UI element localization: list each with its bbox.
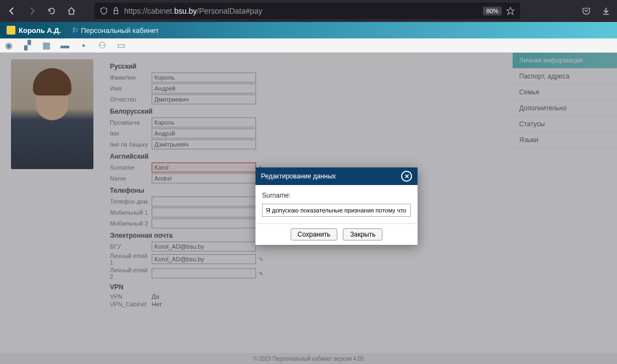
sidebar: Личная информация Паспорт, адреса Семья …: [513, 53, 617, 353]
tool-chart-icon[interactable]: ▞: [23, 41, 32, 50]
url-text: https://cabinet.bsu.by/PersonalData#pay: [124, 7, 479, 15]
modal-footer: Сохранить Закрыть: [255, 223, 418, 245]
shield-icon: [100, 7, 108, 15]
nav-cabinet[interactable]: ⚐ Персональный кабинет: [72, 26, 159, 35]
url-bar[interactable]: https://cabinet.bsu.by/PersonalData#pay …: [95, 3, 520, 19]
input-phone-home[interactable]: [152, 197, 256, 206]
zoom-badge[interactable]: 80%: [483, 7, 502, 15]
input-phone-m2[interactable]: [152, 219, 256, 228]
edit-icon[interactable]: ✎: [257, 270, 265, 277]
download-icon[interactable]: [599, 4, 613, 18]
label-be-patronymic: Імя па бацьку: [110, 141, 152, 148]
section-russian: Русский: [110, 63, 502, 70]
modal-field-label: Surname:: [262, 192, 411, 199]
sidebar-item-extra[interactable]: Дополнительно: [513, 100, 617, 116]
back-button[interactable]: [4, 3, 20, 19]
label-email-bsu: БГУ: [110, 243, 152, 250]
label-ru-name: Имя: [110, 85, 152, 92]
toolbar: ◉ ▞ ▦ ▬ ▪ ⚇ ▭: [0, 38, 617, 53]
input-phone-m1[interactable]: [152, 208, 256, 217]
value-vpn: Да: [152, 293, 159, 300]
label-vpn: VPN: [110, 293, 152, 300]
user-avatar-icon: [7, 26, 15, 35]
close-button[interactable]: Закрыть: [343, 228, 382, 240]
user-name: Король А.Д.: [19, 26, 61, 35]
tool-team-icon[interactable]: ⚇: [98, 41, 107, 50]
reload-button[interactable]: [44, 3, 59, 19]
label-phone-m2: Мобильный 2: [110, 220, 152, 227]
close-icon: ✕: [404, 173, 409, 180]
label-be-surname: Прозвішча: [110, 119, 152, 126]
input-en-name[interactable]: [152, 173, 256, 183]
sidebar-item-languages[interactable]: Языки: [513, 132, 617, 148]
label-email-p2: Личный email 2: [110, 267, 152, 280]
tool-fingerprint-icon[interactable]: ◉: [4, 41, 13, 50]
star-icon[interactable]: [506, 7, 515, 15]
tool-id-icon[interactable]: ▭: [116, 41, 125, 50]
label-ru-patronymic: Отчество: [110, 96, 152, 103]
sidebar-item-family[interactable]: Семья: [513, 85, 617, 100]
edit-icon[interactable]: ✎: [257, 255, 265, 263]
tool-folder-icon[interactable]: ▪: [79, 41, 88, 50]
input-ru-name[interactable]: [152, 83, 256, 93]
section-english: Английский: [110, 153, 502, 160]
app-header: Король А.Д. ⚐ Персональный кабинет: [0, 22, 617, 38]
label-en-surname: Surname: [110, 164, 152, 171]
svg-rect-0: [114, 10, 118, 14]
label-phone-m1: Мобильный 1: [110, 209, 152, 216]
modal-body: Surname:: [255, 185, 418, 223]
input-ru-patronymic[interactable]: [152, 94, 256, 104]
people-icon: ⚐: [72, 26, 79, 35]
sidebar-item-passport[interactable]: Паспорт, адреса: [513, 69, 617, 85]
profile-photo: [11, 59, 93, 169]
section-vpn: VPN: [110, 283, 502, 291]
user-badge[interactable]: Король А.Д.: [7, 26, 61, 35]
input-email-p1[interactable]: [152, 254, 256, 264]
footer-center: © 2023 Персональный кабинет версия 4.05: [253, 356, 364, 362]
input-en-surname[interactable]: [152, 163, 256, 172]
home-button[interactable]: [64, 3, 79, 19]
label-be-name: Імя: [110, 130, 152, 137]
input-be-surname[interactable]: [152, 117, 256, 127]
label-ru-surname: Фамилия: [110, 74, 152, 81]
modal-field-input[interactable]: [262, 204, 411, 217]
modal-close-button[interactable]: ✕: [401, 171, 412, 182]
section-belarusian: Белорусский: [110, 108, 502, 115]
input-be-patronymic[interactable]: [152, 139, 256, 149]
input-email-bsu[interactable]: [152, 242, 256, 251]
footer: © 2023 Персональный кабинет версия 4.05: [0, 353, 617, 364]
forward-button[interactable]: [24, 3, 40, 19]
input-be-name[interactable]: [152, 128, 256, 138]
label-email-p1: Личный email 1: [110, 253, 152, 266]
label-vpn-cabinet: VPN_Cabinet: [110, 301, 152, 307]
tool-building-icon[interactable]: ▦: [42, 41, 51, 50]
lock-icon: [112, 7, 120, 15]
browser-toolbar: https://cabinet.bsu.by/PersonalData#pay …: [0, 0, 617, 22]
sidebar-item-status[interactable]: Статусы: [513, 116, 617, 132]
input-email-p2[interactable]: [152, 268, 256, 278]
save-button[interactable]: Сохранить: [291, 228, 338, 240]
input-ru-surname[interactable]: [152, 72, 256, 82]
modal-header: Редактирование данных ✕: [255, 167, 418, 185]
value-vpn-cabinet: Нет: [152, 301, 162, 307]
label-en-name: Name: [110, 175, 152, 182]
modal-title: Редактирование данных: [261, 172, 336, 180]
tool-briefcase-icon[interactable]: ▬: [60, 41, 69, 50]
pocket-icon[interactable]: [580, 4, 593, 18]
label-phone-home: Телефон дом.: [110, 198, 152, 205]
edit-modal: Редактирование данных ✕ Surname: Сохрани…: [255, 167, 418, 245]
sidebar-item-personal[interactable]: Личная информация: [513, 53, 617, 69]
